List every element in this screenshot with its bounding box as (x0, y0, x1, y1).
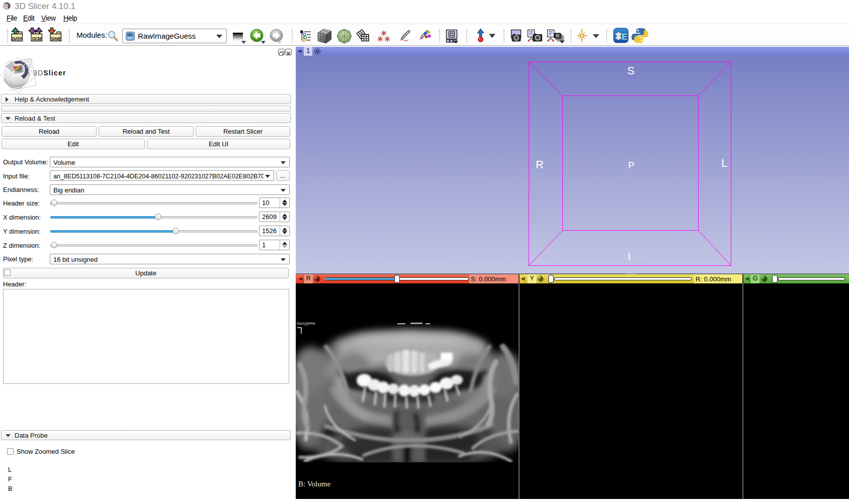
svg-text:E: E (622, 32, 627, 42)
svg-text:hounʒ&#He: hounʒ&#He (297, 322, 315, 326)
svg-text:DCM: DCM (32, 36, 41, 41)
svg-text:3DSlicer: 3DSlicer (33, 69, 66, 77)
svg-text:SAVE: SAVE (51, 36, 61, 41)
svg-text:DATA: DATA (12, 36, 23, 41)
